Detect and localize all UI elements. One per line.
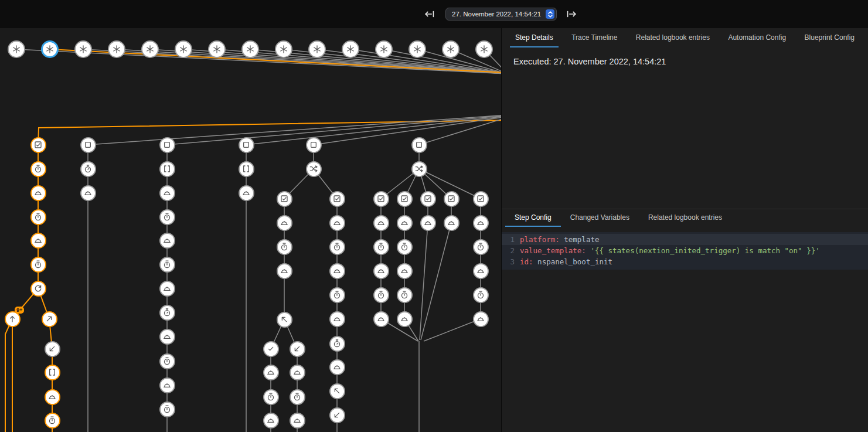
trace-node-stopwatch[interactable] (80, 161, 96, 177)
trace-node-asterisk[interactable] (342, 40, 359, 58)
trace-node-dome[interactable] (263, 365, 279, 380)
trace-node-dome[interactable] (373, 215, 389, 231)
trace-node-timer[interactable] (159, 209, 175, 225)
trace-node-square[interactable] (411, 137, 427, 153)
previous-run-button[interactable] (422, 7, 437, 21)
trace-node-dome[interactable] (80, 185, 96, 201)
trace-node-timer[interactable] (373, 239, 389, 255)
trace-node-timer[interactable] (159, 257, 175, 273)
trace-node-dome[interactable] (30, 185, 46, 201)
trace-node-dome[interactable] (329, 215, 345, 231)
trace-node-square[interactable] (306, 137, 322, 153)
trace-node-timer[interactable] (159, 353, 175, 369)
trace-node-arrow-nw[interactable] (277, 312, 292, 328)
trace-node-dome[interactable] (159, 329, 175, 345)
tab-automation-config[interactable]: Automation Config (723, 28, 791, 47)
trace-node-dome[interactable] (290, 365, 305, 380)
trace-node-dome[interactable] (473, 263, 489, 279)
trace-node-asterisk[interactable] (8, 40, 25, 58)
trace-node-check[interactable] (263, 341, 279, 357)
trace-node-checkbox[interactable] (444, 191, 459, 207)
trace-node-timer[interactable] (159, 402, 175, 417)
trace-node-dome[interactable] (159, 233, 175, 249)
trace-node-checkbox[interactable] (473, 191, 489, 207)
trace-node-arrow-sw[interactable] (329, 407, 345, 423)
subtab-changed-variables[interactable]: Changed Variables (561, 209, 639, 227)
trace-node-timer[interactable] (30, 209, 46, 225)
trace-node-asterisk[interactable] (141, 40, 159, 58)
tab-trace-timeline[interactable]: Trace Timeline (566, 28, 622, 47)
trace-node-asterisk[interactable] (241, 40, 259, 58)
trace-node-dome[interactable] (373, 311, 389, 327)
trace-node-timer[interactable] (473, 287, 489, 303)
trace-node-stopwatch[interactable] (159, 305, 175, 321)
trace-node-dome[interactable] (473, 215, 489, 231)
tab-blueprint-config[interactable]: Blueprint Config (799, 28, 860, 47)
trace-node-timer[interactable] (290, 389, 305, 405)
subtab-related-logbook-entries[interactable]: Related logbook entries (639, 209, 731, 227)
trace-node-asterisk[interactable] (108, 40, 125, 58)
trace-node-dome[interactable] (159, 377, 175, 393)
trace-node-asterisk[interactable] (475, 40, 493, 58)
trace-node-asterisk[interactable] (308, 40, 326, 58)
trace-node-dome[interactable] (420, 215, 436, 231)
trace-node-dome[interactable] (329, 359, 345, 375)
trace-node-checkbox[interactable] (277, 191, 292, 207)
trace-node-dome[interactable] (329, 263, 345, 279)
trace-node-dome[interactable] (290, 413, 305, 428)
next-run-button[interactable] (564, 7, 579, 21)
trace-node-asterisk[interactable] (41, 40, 59, 58)
tab-related-logbook-entries[interactable]: Related logbook entries (631, 28, 715, 47)
trace-node-timer[interactable] (329, 287, 345, 303)
trace-node-asterisk[interactable] (74, 40, 92, 58)
trace-node-timer[interactable] (263, 389, 279, 405)
trace-node-square[interactable] (80, 137, 96, 153)
trace-node-square[interactable] (239, 137, 254, 153)
trace-node-dome[interactable] (239, 185, 254, 201)
trace-node-dome[interactable] (159, 281, 175, 297)
trace-node-dome[interactable] (373, 263, 389, 279)
trace-node-asterisk[interactable] (208, 40, 226, 58)
trace-node-timer[interactable] (397, 287, 413, 303)
trace-node-asterisk[interactable] (409, 40, 426, 58)
trace-node-dome[interactable] (277, 263, 292, 279)
trace-node-timer[interactable] (45, 413, 60, 428)
trace-node-asterisk[interactable] (175, 40, 192, 58)
trace-node-arrow-sw[interactable] (45, 341, 60, 357)
trace-node-dome[interactable] (397, 311, 413, 327)
trace-node-checkbox[interactable] (30, 137, 46, 153)
subtab-step-config[interactable]: Step Config (505, 209, 561, 227)
trace-node-dome[interactable] (263, 413, 279, 428)
trace-node-dome[interactable] (397, 215, 413, 231)
trace-node-dome[interactable] (444, 215, 459, 231)
trace-node-brackets[interactable] (159, 161, 175, 177)
run-select-dropdown[interactable]: 27. November 2022, 14:54:21 (445, 8, 557, 21)
trace-node-dome[interactable] (159, 185, 175, 201)
trace-node-checkbox[interactable] (420, 191, 436, 207)
trace-node-checkbox[interactable] (329, 191, 345, 207)
trace-node-dome[interactable] (277, 215, 292, 231)
trace-node-dome[interactable] (329, 311, 345, 327)
trace-node-checkbox[interactable] (373, 191, 389, 207)
trace-node-brackets[interactable] (45, 365, 60, 380)
trace-node-asterisk[interactable] (375, 40, 393, 58)
trace-node-refresh[interactable] (30, 281, 46, 297)
trace-node-arrow-ne[interactable] (42, 311, 57, 327)
trace-node-timer[interactable] (329, 239, 345, 255)
trace-node-arrow-nw[interactable] (329, 383, 345, 399)
trace-node-dome[interactable] (45, 389, 60, 405)
trace-node-timer[interactable] (473, 239, 489, 255)
tab-step-details[interactable]: Step Details (510, 28, 559, 47)
trace-node-timer[interactable] (30, 257, 46, 273)
trace-node-shuffle[interactable] (306, 161, 322, 177)
trace-node-timer[interactable] (30, 161, 46, 177)
trace-node-dome[interactable] (30, 233, 46, 249)
trace-node-square[interactable] (159, 137, 175, 153)
trace-node-timer[interactable] (397, 239, 413, 255)
trace-node-stopwatch[interactable] (329, 336, 345, 352)
trace-node-asterisk[interactable] (442, 40, 459, 58)
trace-node-shuffle[interactable] (411, 161, 427, 177)
trace-node-brackets[interactable] (239, 161, 254, 177)
trace-node-timer[interactable] (277, 239, 292, 255)
trace-node-dome[interactable] (473, 311, 489, 327)
